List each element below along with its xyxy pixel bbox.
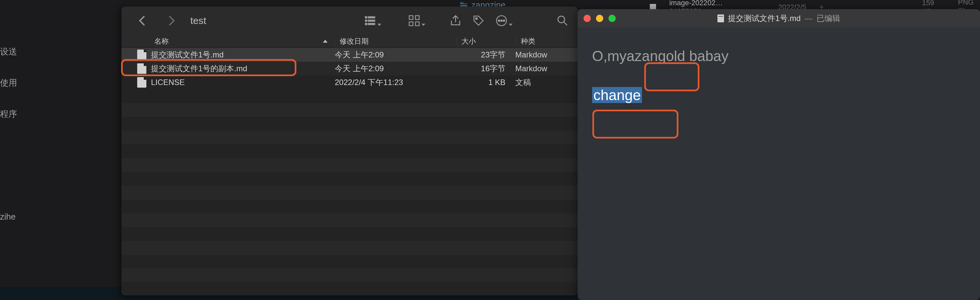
tag-icon bbox=[472, 14, 485, 27]
column-name[interactable]: 名称 bbox=[121, 37, 335, 46]
svg-rect-7 bbox=[415, 16, 419, 19]
editor-line-2: change bbox=[592, 86, 966, 105]
chevron-right-icon bbox=[165, 14, 178, 27]
file-kind: Markdow bbox=[515, 64, 574, 73]
title-edited-indicator: 已编辑 bbox=[816, 13, 840, 24]
file-size: 23字节 bbox=[456, 49, 515, 60]
file-name: 提交测试文件1号的副本.md bbox=[151, 63, 247, 74]
column-date[interactable]: 修改日期 bbox=[335, 37, 457, 46]
group-by-button[interactable] bbox=[407, 13, 422, 28]
chevron-down-icon bbox=[509, 24, 513, 26]
column-name-label: 名称 bbox=[154, 37, 169, 46]
column-kind[interactable]: 种类 bbox=[516, 37, 575, 46]
file-name: 提交测试文件1号.md bbox=[151, 49, 223, 60]
svg-point-10 bbox=[476, 18, 477, 19]
svg-rect-9 bbox=[415, 22, 419, 25]
file-size: 16字节 bbox=[456, 63, 515, 74]
column-kind-label: 种类 bbox=[521, 37, 535, 45]
svg-point-15 bbox=[558, 16, 565, 23]
bg-left-item: zihe bbox=[0, 212, 26, 222]
bg-left-item: 程序 bbox=[0, 108, 26, 120]
chevron-left-icon bbox=[136, 14, 149, 27]
svg-point-4 bbox=[365, 23, 367, 25]
tags-button[interactable] bbox=[471, 13, 486, 28]
bg-left-strip: 设送 使用 程序 zihe bbox=[0, 46, 26, 222]
sort-ascending-icon bbox=[323, 40, 328, 43]
editor-body[interactable]: O,my azang old babay change bbox=[578, 28, 980, 124]
svg-rect-8 bbox=[409, 22, 413, 25]
title-filename: 提交测试文件1号.md bbox=[728, 13, 800, 24]
column-date-label: 修改日期 bbox=[340, 37, 369, 45]
table-row[interactable]: 提交测试文件1号的副本.md 今天 上午2:09 16字节 Markdow bbox=[121, 62, 578, 76]
chevron-down-icon bbox=[377, 24, 381, 26]
file-kind: Markdow bbox=[515, 50, 574, 59]
table-row[interactable]: LICENSE 2022/2/4 下午11:23 1 KB 文稿 bbox=[121, 76, 578, 89]
svg-point-13 bbox=[501, 20, 503, 21]
view-list-button[interactable] bbox=[363, 13, 377, 28]
svg-rect-5 bbox=[368, 23, 375, 25]
text-segment: O,my bbox=[592, 47, 627, 65]
svg-point-12 bbox=[498, 20, 500, 21]
svg-point-0 bbox=[365, 16, 367, 18]
file-date: 今天 上午2:09 bbox=[335, 63, 456, 74]
document-icon bbox=[137, 77, 146, 87]
text-segment: old babay bbox=[666, 47, 729, 65]
bg-left-item: 设送 bbox=[0, 46, 26, 57]
text-selection: change bbox=[592, 87, 642, 103]
search-icon bbox=[556, 14, 569, 27]
share-icon bbox=[449, 14, 462, 27]
share-button[interactable] bbox=[448, 13, 463, 28]
nav-back-button[interactable] bbox=[135, 13, 150, 28]
file-date: 今天 上午2:09 bbox=[335, 49, 456, 60]
finder-window: test bbox=[121, 6, 578, 295]
file-name: LICENSE bbox=[151, 78, 185, 87]
svg-point-2 bbox=[365, 20, 367, 21]
editor-line-1: O,my azang old babay bbox=[592, 47, 966, 65]
column-size[interactable]: 大小 bbox=[457, 37, 516, 46]
grid-group-icon bbox=[408, 14, 420, 27]
window-title: 提交测试文件1号.md — 已编辑 bbox=[578, 13, 980, 24]
file-kind: 文稿 bbox=[515, 77, 574, 87]
textedit-window: 提交测试文件1号.md — 已编辑 O,my azang old babay c… bbox=[578, 9, 980, 300]
empty-rows bbox=[121, 89, 578, 295]
svg-point-14 bbox=[503, 20, 505, 21]
svg-rect-6 bbox=[409, 16, 413, 19]
column-size-label: 大小 bbox=[461, 37, 476, 45]
svg-rect-3 bbox=[368, 20, 375, 21]
list-view-icon bbox=[364, 14, 377, 27]
search-button[interactable] bbox=[555, 13, 570, 28]
column-header: 名称 修改日期 大小 种类 bbox=[121, 35, 578, 48]
chevron-down-icon bbox=[422, 24, 425, 26]
document-icon bbox=[137, 63, 146, 74]
title-separator: — bbox=[805, 14, 813, 23]
folder-title: test bbox=[190, 15, 206, 26]
table-row[interactable]: 提交测试文件1号.md 今天 上午2:09 23字节 Markdow bbox=[121, 48, 578, 62]
more-actions-button[interactable] bbox=[494, 13, 509, 28]
finder-toolbar: test bbox=[121, 6, 578, 35]
file-size: 1 KB bbox=[456, 78, 515, 87]
document-icon bbox=[718, 14, 724, 22]
file-date: 2022/2/4 下午11:23 bbox=[335, 77, 456, 87]
file-list: 提交测试文件1号.md 今天 上午2:09 23字节 Markdow 提交测试文… bbox=[121, 48, 578, 89]
bg-left-item: 使用 bbox=[0, 77, 26, 89]
more-circle-icon bbox=[495, 14, 508, 27]
text-segment-highlighted: azang bbox=[627, 47, 666, 65]
titlebar[interactable]: 提交测试文件1号.md — 已编辑 bbox=[578, 9, 980, 28]
document-icon bbox=[137, 49, 146, 60]
svg-rect-1 bbox=[368, 16, 375, 18]
nav-forward-button[interactable] bbox=[164, 13, 178, 28]
